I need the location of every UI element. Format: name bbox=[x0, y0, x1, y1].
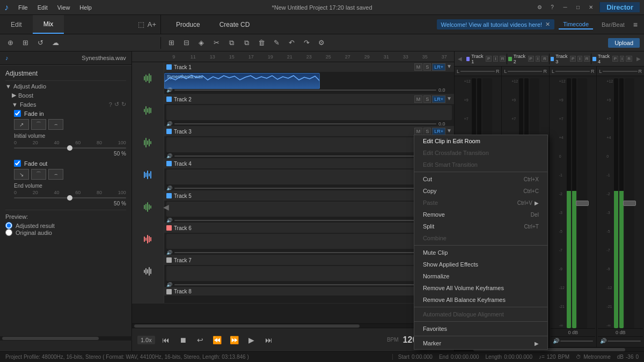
timeline-scrollbar[interactable] bbox=[132, 323, 454, 328]
track2-m-btn[interactable]: M bbox=[414, 95, 423, 103]
mixer-tab-timecode[interactable]: Timecode bbox=[559, 20, 593, 29]
track1-lr-btn[interactable]: LR+ bbox=[432, 63, 445, 71]
menu-edit[interactable]: Edit bbox=[33, 3, 52, 12]
cloud-icon[interactable]: ☁ bbox=[49, 37, 61, 49]
track4-vol-slider[interactable] bbox=[174, 188, 436, 189]
mixer-tab-barbeat[interactable]: Bar/Beat bbox=[597, 20, 629, 29]
transport-end-btn[interactable]: ⏭ bbox=[262, 334, 275, 346]
ch3-out-slider[interactable] bbox=[560, 341, 594, 342]
track2-vol-slider[interactable] bbox=[174, 123, 436, 124]
minimize-btn[interactable]: ─ bbox=[561, 3, 569, 12]
ctx-favorites[interactable]: Favorites bbox=[414, 323, 547, 335]
menu-help[interactable]: Help bbox=[75, 3, 96, 12]
initial-vol-slider[interactable] bbox=[14, 147, 126, 149]
original-audio-radio[interactable] bbox=[5, 229, 12, 236]
settings-icon[interactable]: ⚙ bbox=[535, 3, 544, 12]
track5-vol-slider[interactable] bbox=[174, 220, 436, 221]
tabbar-icon2[interactable]: A+ bbox=[148, 20, 156, 28]
mixer-left-arrow[interactable]: ◀ bbox=[458, 56, 462, 62]
transport-next-btn[interactable]: ⏩ bbox=[228, 334, 241, 346]
fade-out-type-3[interactable]: ⌢ bbox=[48, 169, 63, 180]
track1-arrow-btn[interactable]: ▼ bbox=[447, 63, 452, 71]
clip-track1[interactable]: Synesthesia.wav bbox=[164, 73, 320, 89]
track3-wave[interactable] bbox=[166, 137, 452, 152]
track3-s-btn[interactable]: S bbox=[423, 128, 431, 135]
adjusted-result-radio[interactable] bbox=[5, 222, 12, 229]
transport-return-btn[interactable]: ↩ bbox=[194, 334, 207, 346]
copy2-icon[interactable]: ⧉ bbox=[225, 37, 237, 49]
fade-out-type-1[interactable]: ↘ bbox=[14, 169, 29, 180]
end-vol-slider[interactable] bbox=[14, 197, 126, 198]
ch4-fader[interactable] bbox=[625, 78, 634, 328]
tab-produce[interactable]: Produce bbox=[172, 19, 204, 31]
ch1-balance-slider[interactable] bbox=[460, 71, 495, 72]
ch2-p-btn[interactable]: P bbox=[528, 56, 534, 62]
ctx-marker[interactable]: Marker ▶ bbox=[414, 337, 547, 349]
ch3-i-btn[interactable]: I bbox=[577, 56, 582, 62]
track6-wave[interactable] bbox=[166, 234, 452, 249]
track6-vol-slider[interactable] bbox=[174, 252, 436, 253]
track2-wave[interactable] bbox=[166, 105, 452, 120]
ctx-copy[interactable]: Copy Ctrl+C bbox=[414, 185, 547, 197]
track3-arrow-btn[interactable]: ▼ bbox=[447, 128, 452, 135]
track-color-icon[interactable]: ◈ bbox=[195, 37, 207, 49]
transport-rewind-btn[interactable]: ⏮ bbox=[159, 334, 172, 346]
boost-header[interactable]: ▶ Boost bbox=[5, 92, 126, 99]
mixer-icon[interactable]: ≡ bbox=[633, 20, 638, 29]
fade-type-3[interactable]: ⌢ bbox=[48, 119, 63, 130]
track1-m-btn[interactable]: M bbox=[414, 63, 423, 71]
menu-file[interactable]: File bbox=[14, 3, 32, 12]
track3-m-btn[interactable]: M bbox=[414, 128, 423, 135]
ctx-normalize[interactable]: Normalize bbox=[414, 270, 547, 282]
undo2-icon[interactable]: ↶ bbox=[286, 37, 297, 49]
timeline-left-arrow[interactable]: ◀ bbox=[163, 203, 169, 211]
scissors-icon[interactable]: ✂ bbox=[210, 37, 222, 49]
effects-icon[interactable]: ⚙ bbox=[316, 37, 327, 49]
fade-out-type-2[interactable]: ⌒ bbox=[31, 169, 46, 180]
track2-s-btn[interactable]: S bbox=[423, 95, 431, 103]
add-track-icon[interactable]: ⊞ bbox=[165, 37, 177, 49]
ch1-i-btn[interactable]: I bbox=[493, 56, 497, 62]
tab-mix[interactable]: Mix bbox=[33, 15, 64, 34]
ch2-r-btn[interactable]: R bbox=[541, 56, 548, 62]
transport-prev-btn[interactable]: ⏪ bbox=[211, 334, 224, 346]
ctx-show-effects[interactable]: Show Applied Effects bbox=[414, 258, 547, 270]
ctx-remove-vol-kf[interactable]: Remove All Volume Keyframes bbox=[414, 282, 547, 294]
undo-icon[interactable]: ↺ bbox=[34, 37, 46, 49]
fades-header[interactable]: ▼ Fades ? ↺ ↻ bbox=[5, 101, 126, 108]
ch4-i-btn[interactable]: I bbox=[620, 56, 624, 62]
ctx-remove[interactable]: Remove Del bbox=[414, 209, 547, 220]
ctx-cut[interactable]: Cut Ctrl+X bbox=[414, 173, 547, 185]
ch2-balance-slider[interactable] bbox=[508, 71, 542, 72]
track1-s-btn[interactable]: S bbox=[423, 63, 431, 71]
help-icon[interactable]: ? bbox=[548, 3, 557, 12]
adjust-audio-header[interactable]: ▼ Adjust Audio bbox=[5, 83, 126, 90]
ch4-p-btn[interactable]: P bbox=[612, 56, 618, 62]
track2-arrow-btn[interactable]: ▼ bbox=[447, 95, 452, 103]
ctx-mute[interactable]: Mute Clip bbox=[414, 247, 547, 258]
maximize-btn[interactable]: □ bbox=[574, 3, 582, 12]
ch4-out-slider[interactable] bbox=[608, 341, 641, 342]
track-content-1[interactable]: Track 1 M S LR+ ▼ Synesthesia.wav bbox=[164, 62, 454, 94]
mixer-right-arrow[interactable]: ▶ bbox=[636, 56, 641, 62]
ch2-i-btn[interactable]: I bbox=[536, 56, 540, 62]
new-icon[interactable]: ⊕ bbox=[4, 37, 16, 49]
ch4-fader-knob[interactable] bbox=[623, 201, 636, 206]
fade-in-checkbox[interactable] bbox=[14, 110, 21, 117]
redo-icon[interactable]: ↷ bbox=[301, 37, 312, 49]
transport-play-btn[interactable]: ▶ bbox=[245, 334, 258, 346]
track-options-icon[interactable]: ⊟ bbox=[180, 37, 192, 49]
pencil-icon[interactable]: ✎ bbox=[270, 37, 282, 49]
tab-create-cd[interactable]: Create CD bbox=[215, 19, 254, 31]
ctx-remove-bal-kf[interactable]: Remove All Balance Keyframes bbox=[414, 294, 547, 306]
track7-vol-slider[interactable] bbox=[174, 284, 436, 285]
fades-help-icon[interactable]: ? bbox=[109, 101, 112, 108]
track1-vol-slider[interactable] bbox=[174, 90, 436, 91]
ch1-p-btn[interactable]: P bbox=[486, 56, 492, 62]
track3-vol-slider[interactable] bbox=[174, 156, 436, 157]
ch1-r-btn[interactable]: R bbox=[500, 56, 506, 62]
transport-stop-btn[interactable]: ⏹ bbox=[177, 334, 189, 346]
fade-type-2[interactable]: ⌒ bbox=[31, 119, 46, 130]
ctx-split[interactable]: Split Ctrl+T bbox=[414, 220, 547, 232]
delete-icon[interactable]: 🗑 bbox=[255, 37, 267, 49]
